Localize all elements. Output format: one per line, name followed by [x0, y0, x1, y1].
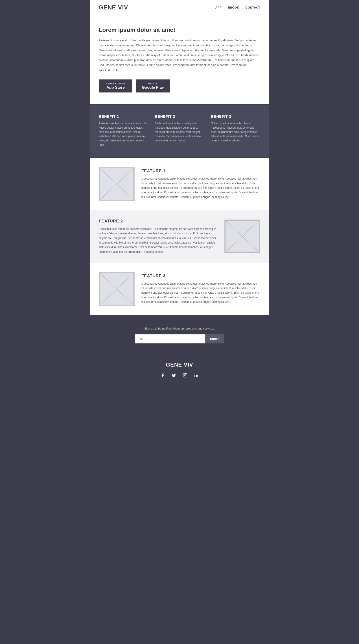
app-buttons: Download on the App Store Get it on Goog… [99, 80, 260, 92]
feature-1-image [99, 167, 135, 201]
footer: GENE VIV [90, 355, 269, 388]
benefit-2-title: BENEFIT 2 [155, 115, 204, 119]
svg-point-15 [195, 374, 195, 374]
feature-2-image [224, 220, 260, 253]
feature-1-text: Maecenas at venenatis enim. Mauris solli… [141, 176, 260, 199]
nav-ebook[interactable]: EBOOK [228, 6, 239, 9]
hero-title: Lorem ipsum dolor sit amet [99, 26, 260, 34]
svg-rect-8 [99, 272, 134, 305]
features-section: FEATURE 1 Maecenas at venenatis enim. Ma… [90, 158, 269, 315]
svg-line-9 [99, 272, 134, 305]
hero-section: Lorem ipsum dolor sit amet Aenean ut orn… [90, 15, 269, 104]
google-play-main: Google Play [141, 85, 165, 90]
nav: APP EBOOK CONTACT [215, 6, 261, 9]
signup-button[interactable]: Button [205, 334, 224, 344]
svg-rect-0 [99, 168, 134, 200]
google-play-button[interactable]: Get it on Google Play [136, 80, 170, 92]
social-icons [99, 372, 260, 379]
svg-rect-7 [225, 220, 259, 252]
feature-3-content: FEATURE 3 Maecenas at venenatis enim. Ma… [141, 274, 260, 304]
signup-form: Button [135, 334, 224, 344]
svg-line-6 [225, 220, 260, 253]
benefit-1-title: BENEFIT 1 [99, 115, 148, 119]
benefit-3-text: Nullam gravida venenatis mi eget malesua… [211, 122, 260, 143]
svg-rect-11 [100, 273, 134, 305]
feature-2-title: FEATURE 2 [99, 219, 218, 224]
feature-3-row: FEATURE 3 Maecenas at venenatis enim. Ma… [90, 263, 269, 315]
benefit-3: BENEFIT 3 Nullam gravida venenatis mi eg… [211, 115, 260, 147]
svg-rect-12 [183, 374, 187, 377]
svg-line-5 [225, 220, 260, 253]
svg-rect-14 [195, 375, 195, 377]
app-store-button[interactable]: Download on the App Store [99, 80, 132, 92]
svg-rect-4 [225, 220, 260, 253]
logo: GENE VIV [99, 4, 128, 11]
feature-2-row: FEATURE 2 Praesent luctus lorem vel posu… [90, 210, 269, 263]
svg-line-1 [99, 168, 134, 200]
header: GENE VIV APP EBOOK CONTACT [90, 0, 269, 15]
feature-1-content: FEATURE 1 Maecenas at venenatis enim. Ma… [141, 168, 260, 199]
nav-contact[interactable]: CONTACT [246, 6, 260, 9]
footer-logo: GENE VIV [99, 362, 260, 368]
hero-body: Aenean ut ornare erat. In hac habitasse … [99, 38, 260, 73]
nav-app[interactable]: APP [215, 6, 222, 9]
svg-line-10 [99, 272, 134, 305]
feature-2-content: FEATURE 2 Praesent luctus lorem vel posu… [99, 219, 218, 254]
twitter-icon[interactable] [171, 372, 177, 379]
benefit-1: BENEFIT 1 Pellentesque finibus porta era… [99, 115, 148, 147]
benefit-2: BENEFIT 2 Sed condimentum lacus sed ipsu… [155, 115, 204, 147]
feature-2-text: Praesent luctus lorem vel posuere vulput… [99, 227, 218, 254]
signup-section: Sign up to be notified about our product… [90, 316, 269, 355]
benefit-2-text: Sed condimentum lacus sed ipsum faucibus… [155, 122, 204, 143]
feature-3-text: Maecenas at venenatis enim. Mauris solli… [141, 282, 260, 304]
linkedin-icon[interactable] [193, 372, 200, 379]
instagram-icon[interactable] [182, 372, 188, 379]
benefits-section: BENEFIT 1 Pellentesque finibus porta era… [90, 104, 269, 157]
app-store-main: App Store [104, 85, 127, 90]
svg-line-2 [99, 168, 134, 200]
google-play-sub: Get it on [141, 82, 165, 85]
signup-input[interactable] [135, 334, 205, 344]
facebook-icon[interactable] [159, 372, 166, 379]
app-store-sub: Download on the [104, 82, 127, 85]
feature-3-title: FEATURE 3 [141, 274, 260, 278]
feature-3-image [99, 272, 135, 306]
signup-label: Sign up to be notified about our product… [99, 327, 260, 330]
svg-rect-3 [100, 168, 134, 200]
benefit-3-title: BENEFIT 3 [211, 115, 260, 119]
benefit-1-text: Pellentesque finibus porta erat ac iacul… [99, 122, 148, 147]
feature-1-row: FEATURE 1 Maecenas at venenatis enim. Ma… [90, 158, 269, 210]
feature-1-title: FEATURE 1 [141, 168, 260, 173]
